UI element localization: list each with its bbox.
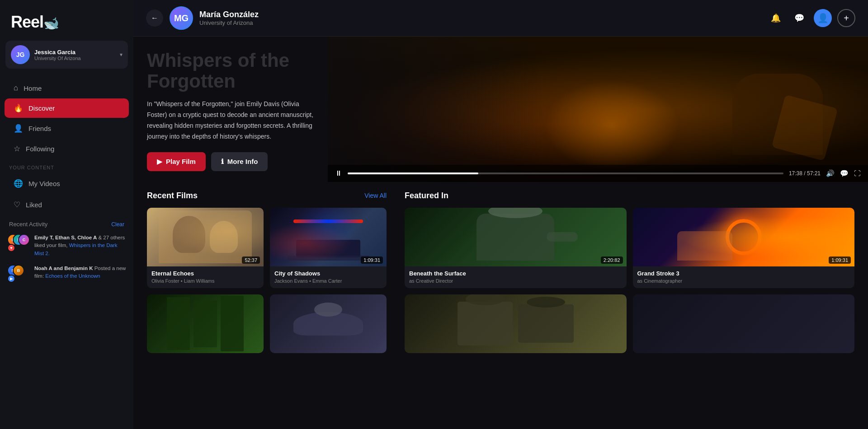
film-title: Grand Stroke 3	[637, 270, 850, 277]
progress-bar[interactable]	[348, 173, 783, 174]
film-title: City of Shadows	[274, 270, 382, 277]
sidebar-item-friends[interactable]: 👤 Friends	[5, 119, 129, 138]
hero-film-title: Whispers of the Forgotten	[147, 50, 314, 92]
activity-film-link[interactable]: Echoes of the Unknown	[45, 273, 100, 279]
view-all-recent-button[interactable]: View All	[364, 192, 387, 199]
activity-item[interactable]: E S C ♥ Emily T, Ethan S, Chloe A & 27 o…	[0, 230, 133, 261]
arm	[547, 232, 578, 242]
featured-films-header: Featured In	[405, 191, 854, 201]
film-card-empty[interactable]	[633, 294, 855, 353]
police-car	[296, 240, 360, 257]
figure-2	[210, 221, 238, 252]
featured-films-row-2	[405, 294, 854, 353]
thumb-scene	[270, 294, 387, 353]
activity-avatar: B	[13, 265, 24, 276]
more-info-button[interactable]: ℹ More Info	[211, 152, 268, 171]
sidebar-item-discover[interactable]: 🔥 Discover	[5, 98, 129, 118]
activity-avatar: C	[18, 234, 30, 246]
helmet-2	[527, 297, 566, 308]
film-card-military[interactable]	[405, 294, 627, 353]
sidebar-item-liked[interactable]: ♡ Liked	[5, 195, 129, 214]
figure-1	[173, 216, 205, 253]
home-icon: ⌂	[14, 84, 18, 93]
police-lights	[293, 219, 363, 223]
film-thumbnail: 1:09:31	[633, 208, 855, 266]
film-badge-icon: ▶	[7, 275, 15, 283]
notification-button[interactable]: 🔔	[767, 9, 785, 27]
more-info-label: More Info	[227, 158, 258, 165]
soldier	[458, 302, 513, 346]
add-button[interactable]: +	[837, 9, 855, 27]
film-thumbnail: 1:09:31	[270, 208, 387, 266]
sidebar-item-home[interactable]: ⌂ Home	[5, 79, 129, 98]
tree	[167, 297, 190, 350]
sidebar-item-following-label: Following	[26, 145, 54, 153]
film-card-eternal-echoes[interactable]: 52:37 Eternal Echoes Olivia Foster • Lia…	[147, 208, 264, 288]
sidebar-item-friends-label: Friends	[28, 125, 51, 132]
recent-activity-header: Recent Activity Clear	[0, 215, 133, 230]
featured-films-column: Featured In	[405, 191, 854, 353]
play-film-button[interactable]: ▶ Play Film	[147, 152, 206, 171]
film-title: Beneath the Surface	[409, 270, 622, 277]
thumb-scene	[633, 208, 855, 266]
figure	[476, 214, 554, 261]
your-content-label: Your Content	[0, 159, 133, 173]
video-icon: 🌐	[14, 179, 23, 188]
sidebar-item-my-videos[interactable]: 🌐 My Videos	[5, 174, 129, 193]
pause-button[interactable]: ⏸	[335, 169, 342, 177]
user-info: Jessica Garcia University Of Arizona	[34, 49, 120, 61]
app-logo: Reel🐋	[0, 0, 133, 41]
film-thumbnail: 52:37	[147, 208, 264, 266]
header-actions: 🔔 💬 👤 +	[767, 9, 855, 27]
subtitles-button[interactable]: 💬	[840, 169, 849, 177]
back-button[interactable]: ←	[146, 9, 163, 27]
helmet	[466, 294, 505, 305]
sidebar-item-liked-label: Liked	[26, 201, 42, 209]
follow-button[interactable]: 👤	[814, 9, 832, 27]
volume-button[interactable]: 🔊	[826, 169, 835, 177]
sidebar-item-following[interactable]: ☆ Following	[5, 139, 129, 159]
featured-films-grid: 2:20:82 Beneath the Surface as Creative …	[405, 208, 854, 288]
explosion-base	[677, 231, 733, 261]
user-name: Jessica Garcia	[34, 49, 120, 56]
activity-item[interactable]: N B ▶ Noah A and Benjamin K Posted a new…	[0, 261, 133, 286]
sidebar-item-home-label: Home	[24, 84, 42, 92]
thumb-bg	[633, 294, 855, 353]
film-card-pilot[interactable]	[270, 294, 387, 353]
progress-fill	[348, 173, 478, 174]
info-icon: ℹ	[221, 158, 224, 166]
profile-name: María González	[199, 10, 767, 19]
activity-avatars: E S C ♥	[7, 234, 30, 252]
fullscreen-button[interactable]: ⛶	[854, 169, 861, 177]
film-card-city-shadows[interactable]: 1:09:31 City of Shadows Jackson Evans • …	[270, 208, 387, 288]
thumb-scene	[405, 294, 627, 353]
thumbnail-bg	[633, 208, 855, 266]
recent-films-row-2	[147, 294, 387, 353]
film-card-info: Beneath the Surface as Creative Director	[405, 266, 627, 288]
logo-text: Reel	[11, 13, 43, 31]
film-duration: 1:09:31	[361, 256, 383, 264]
star-icon: ☆	[14, 144, 20, 154]
message-button[interactable]: 💬	[790, 9, 808, 27]
hero-buttons: ▶ Play Film ℹ More Info	[147, 152, 314, 171]
head	[488, 208, 542, 218]
profile-school: University of Arizona	[199, 19, 767, 26]
film-card-beneath-surface[interactable]: 2:20:82 Beneath the Surface as Creative …	[405, 208, 627, 288]
activity-users: Emily T, Ethan S, Chloe A	[34, 235, 97, 240]
profile-avatar: MG	[170, 6, 193, 30]
user-profile[interactable]: JG Jessica Garcia University Of Arizona …	[5, 41, 128, 69]
clear-activity-button[interactable]: Clear	[111, 221, 124, 228]
sidebar-item-discover-label: Discover	[28, 104, 55, 112]
film-card-forest[interactable]	[147, 294, 264, 353]
recent-activity-label: Recent Activity	[9, 221, 47, 228]
profile-info: María González University of Arizona	[199, 10, 767, 26]
figures	[159, 210, 252, 263]
featured-films-title: Featured In	[405, 191, 448, 201]
film-duration: 52:37	[242, 256, 260, 264]
film-card-grand-stroke[interactable]: 1:09:31 Grand Stroke 3 as Cinematographe…	[633, 208, 855, 288]
play-icon: ▶	[157, 158, 162, 166]
film-card-info: Eternal Echoes Olivia Foster • Liam Will…	[147, 266, 264, 288]
player-controls: ⏸ 17:38 / 57:21 🔊 💬 ⛶	[328, 165, 868, 182]
films-section: Recent Films View All	[133, 182, 868, 362]
tree	[193, 300, 217, 347]
